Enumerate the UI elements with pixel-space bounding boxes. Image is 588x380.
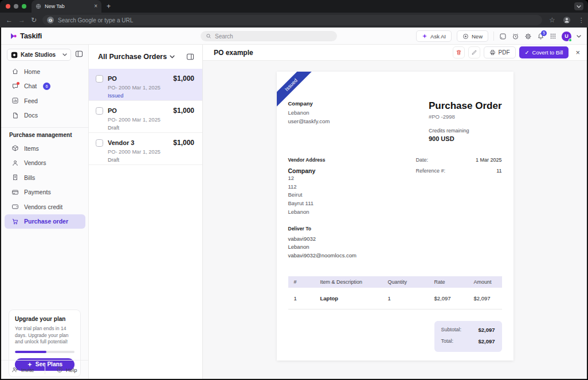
- gear-icon[interactable]: [524, 33, 532, 40]
- purchase-order-document: Issued Company Lebanon user@taskfy.com P…: [277, 72, 513, 361]
- doc-title: Purchase Order: [429, 100, 502, 112]
- vendor-line: 112: [288, 183, 326, 191]
- back-icon[interactable]: ←: [6, 17, 13, 23]
- doc-title-block: Purchase Order #PO -2998 Credits remaini…: [429, 100, 502, 142]
- order-subtitle: PO- 2000 Mar 1, 2025: [108, 85, 194, 91]
- reload-icon[interactable]: ↻: [31, 17, 37, 23]
- invite-button[interactable]: Invite: [1, 366, 45, 373]
- traffic-light-zoom[interactable]: [22, 4, 26, 9]
- chevron-down-icon: [170, 55, 175, 58]
- check-icon: ✓: [525, 49, 530, 56]
- pdf-button[interactable]: PDF: [484, 46, 516, 58]
- help-icon: [56, 366, 63, 373]
- order-row[interactable]: PO $1,000 PO- 2000 Mar 1, 2025 Draft: [89, 101, 202, 133]
- upgrade-body: Yor trial plan ends in 14 days. Upgrade …: [15, 326, 75, 346]
- tab-close-icon[interactable]: ×: [94, 3, 97, 9]
- new-tab-button[interactable]: +: [107, 2, 111, 10]
- deliver-to-block: Deliver To vabavi9032 Lebanon vabavi9032…: [288, 226, 502, 260]
- bell-icon[interactable]: 5: [537, 33, 544, 40]
- vendor-line: Bayrut 111: [288, 199, 326, 208]
- app-header: Taskifi Search Ask AI: [1, 28, 587, 45]
- tab-search-chevron-icon[interactable]: [574, 2, 583, 10]
- sidebar-item-feed[interactable]: Feed: [1, 93, 88, 108]
- url-placeholder: Search Google or type a URL: [58, 17, 133, 23]
- sidebar-item-bills[interactable]: Bills: [1, 170, 88, 185]
- order-checkbox[interactable]: [96, 139, 103, 147]
- app-root: Taskifi Search Ask AI: [1, 28, 587, 379]
- sidebar-item-docs[interactable]: Docs: [1, 108, 88, 123]
- workspace-switcher[interactable]: Kate Studios: [7, 49, 71, 61]
- sidebar-item-chat[interactable]: Chat 6: [1, 79, 88, 94]
- convert-to-bill-label: Covert to Bill: [532, 49, 563, 56]
- order-subtitle: PO- 2000 Mar 1, 2025: [108, 149, 194, 155]
- convert-to-bill-button[interactable]: ✓ Covert to Bill: [519, 46, 569, 58]
- cell-item: Laptop: [320, 288, 388, 310]
- orders-list-panel: All Purchase Orders PO $1,000 PO- 2000 M…: [89, 45, 203, 379]
- trash-icon: [456, 49, 462, 56]
- cell-number: 1: [288, 288, 320, 310]
- profile-icon[interactable]: [563, 16, 571, 24]
- global-search-input[interactable]: Search: [201, 31, 337, 41]
- order-title: PO: [108, 107, 168, 114]
- sidebar-item-vendors-credit[interactable]: Vendors credit: [1, 199, 88, 214]
- company-label: Company: [288, 100, 330, 107]
- apps-grid-icon[interactable]: [550, 33, 556, 40]
- timer-icon[interactable]: [512, 33, 519, 40]
- new-button[interactable]: New: [457, 30, 488, 42]
- edit-button[interactable]: [468, 46, 480, 58]
- orders-filter-dropdown[interactable]: All Purchase Orders: [98, 53, 175, 61]
- sidebar-item-items[interactable]: Items: [1, 141, 88, 156]
- traffic-light-minimize[interactable]: [14, 4, 18, 9]
- sidebar-item-vendors[interactable]: Vendors: [1, 156, 88, 171]
- user-avatar[interactable]: U: [562, 32, 571, 41]
- tab-strip: New Tab × +: [0, 0, 588, 13]
- deliver-line: vabavi9032@noomlocs.com: [288, 252, 502, 260]
- account-chevron-down-icon[interactable]: [577, 35, 581, 38]
- sidebar-item-label: Vendors: [24, 159, 46, 166]
- cell-amount: $2,097: [474, 288, 502, 310]
- order-amount: $1,000: [173, 107, 194, 115]
- browser-tab[interactable]: New Tab ×: [32, 0, 101, 13]
- sidebar-item-purchase-order[interactable]: Purchase order: [5, 214, 85, 229]
- bookmark-star-icon[interactable]: ☆: [549, 16, 555, 24]
- ask-ai-button[interactable]: Ask AI: [416, 30, 452, 42]
- cell-rate: $2,097: [434, 288, 474, 310]
- close-icon[interactable]: ×: [575, 48, 580, 57]
- notes-icon[interactable]: [499, 33, 507, 40]
- tab-title: New Tab: [45, 3, 91, 9]
- detail-pane: PO example PDF ✓ Covert to Bill: [203, 45, 587, 379]
- sidebar-item-payments[interactable]: Payments: [1, 185, 88, 200]
- sidebar-item-home[interactable]: Home: [1, 64, 88, 79]
- order-row[interactable]: Vendor 3 $1,000 PO- 2000 Mar 1, 2025 Dra…: [89, 133, 202, 165]
- traffic-light-close[interactable]: [6, 4, 10, 9]
- col-header-rate: Rate: [434, 276, 474, 288]
- help-button[interactable]: Help: [45, 366, 89, 373]
- sidebar-collapse-icon[interactable]: [75, 50, 83, 57]
- delete-button[interactable]: [453, 46, 465, 58]
- trial-progress-bar: [15, 351, 75, 353]
- app-logo[interactable]: Taskifi: [10, 32, 42, 40]
- vendor-line: 12: [288, 174, 326, 183]
- order-row[interactable]: PO $1,000 PO- 2000 Mar 1, 2025 Issued: [89, 69, 202, 101]
- new-label: New: [472, 33, 483, 40]
- sidebar-divider: [1, 127, 88, 128]
- ask-ai-label: Ask AI: [430, 33, 446, 40]
- forward-icon[interactable]: →: [18, 17, 25, 23]
- reference-label: Reference #:: [416, 168, 446, 174]
- list-panel-toggle-icon[interactable]: [186, 53, 194, 60]
- browser-window: New Tab × + ← → ↻ G Search Google or typ…: [0, 0, 588, 380]
- order-checkbox[interactable]: [96, 107, 103, 115]
- sidebar-item-label: Bills: [24, 174, 35, 181]
- col-header-quantity: Quantity: [388, 276, 434, 288]
- subtotal-value: $2,097: [478, 327, 495, 333]
- trial-progress-fill: [15, 351, 46, 353]
- sidebar-item-label: Docs: [24, 112, 38, 119]
- order-checkbox[interactable]: [96, 75, 103, 83]
- wallet-icon: [11, 203, 19, 210]
- browser-menu-icon[interactable]: ⋮: [578, 17, 585, 24]
- workspace-name: Kate Studios: [21, 52, 60, 58]
- url-bar[interactable]: G Search Google or type a URL: [42, 15, 542, 25]
- po-number: #PO -2998: [429, 113, 502, 120]
- invite-label: Invite: [21, 367, 34, 373]
- order-amount: $1,000: [173, 139, 194, 147]
